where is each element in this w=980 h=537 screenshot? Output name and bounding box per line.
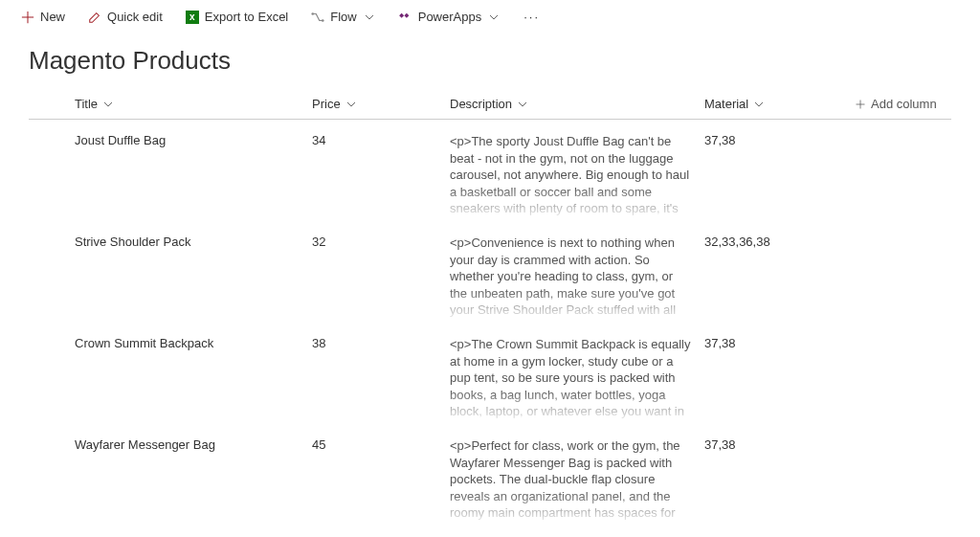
export-excel-label: Export to Excel xyxy=(205,10,288,24)
cell-title: Crown Summit Backpack xyxy=(29,336,312,424)
quick-edit-label: Quick edit xyxy=(107,10,163,24)
add-column-label: Add column xyxy=(871,97,937,111)
column-header-material-label: Material xyxy=(704,97,748,111)
cell-price: 38 xyxy=(312,336,450,424)
table-row[interactable]: Wayfarer Messenger Bag 45 <p>Perfect for… xyxy=(29,424,951,526)
svg-point-2 xyxy=(312,12,315,15)
table-row[interactable]: Strive Shoulder Pack 32 <p>Convenience i… xyxy=(29,221,951,323)
rows-container: Joust Duffle Bag 34 <p>The sporty Joust … xyxy=(29,120,951,526)
cell-material: 32,33,36,38 xyxy=(704,235,844,323)
svg-rect-5 xyxy=(404,12,409,17)
column-header-price-label: Price xyxy=(312,97,341,111)
add-column-button[interactable]: Add column xyxy=(844,97,951,111)
cell-description: <p>The sporty Joust Duffle Bag can't be … xyxy=(450,133,704,221)
column-header-title[interactable]: Title xyxy=(29,97,312,111)
plus-icon xyxy=(854,98,867,111)
cell-title: Wayfarer Messenger Bag xyxy=(29,437,312,526)
cell-price: 32 xyxy=(312,235,450,323)
column-headers: Title Price Description Material Add col… xyxy=(29,89,951,120)
column-header-title-label: Title xyxy=(75,97,98,111)
new-button[interactable]: New xyxy=(11,6,75,28)
svg-point-3 xyxy=(322,19,324,22)
powerapps-label: PowerApps xyxy=(418,10,481,24)
cell-description: <p>Perfect for class, work or the gym, t… xyxy=(450,437,704,526)
powerapps-button[interactable]: PowerApps xyxy=(390,6,510,28)
quick-edit-button[interactable]: Quick edit xyxy=(78,6,172,28)
flow-label: Flow xyxy=(330,10,356,24)
flow-icon xyxy=(311,11,324,24)
cell-material: 37,38 xyxy=(704,336,844,424)
cell-description: <p>Convenience is next to nothing when y… xyxy=(450,235,704,323)
svg-rect-4 xyxy=(399,12,404,17)
table-row[interactable]: Joust Duffle Bag 34 <p>The sporty Joust … xyxy=(29,120,951,221)
command-bar: New Quick edit x Export to Excel Flow Po… xyxy=(0,0,980,34)
column-header-price[interactable]: Price xyxy=(312,97,450,111)
column-header-description-label: Description xyxy=(450,97,512,111)
list-view: Title Price Description Material Add col… xyxy=(0,81,980,526)
new-button-label: New xyxy=(40,10,65,24)
cell-price: 45 xyxy=(312,437,450,526)
chevron-down-icon xyxy=(101,98,115,111)
cell-description: <p>The Crown Summit Backpack is equally … xyxy=(450,336,704,424)
cell-material: 37,38 xyxy=(704,133,844,221)
chevron-down-icon xyxy=(345,98,358,111)
pencil-icon xyxy=(88,11,101,24)
column-header-material[interactable]: Material xyxy=(704,97,844,111)
column-header-description[interactable]: Description xyxy=(450,97,704,111)
chevron-down-icon xyxy=(752,98,766,111)
powerapps-icon xyxy=(399,11,412,24)
plus-icon xyxy=(21,11,34,24)
overflow-button[interactable]: ··· xyxy=(514,6,549,28)
flow-button[interactable]: Flow xyxy=(301,6,385,28)
page-title: Magento Products xyxy=(0,34,980,81)
export-excel-button[interactable]: x Export to Excel xyxy=(176,6,298,28)
cell-title: Joust Duffle Bag xyxy=(29,133,312,221)
table-row[interactable]: Crown Summit Backpack 38 <p>The Crown Su… xyxy=(29,323,951,424)
chevron-down-icon xyxy=(363,11,376,24)
cell-price: 34 xyxy=(312,133,450,221)
ellipsis-icon: ··· xyxy=(523,10,540,24)
chevron-down-icon xyxy=(516,98,529,111)
chevron-down-icon xyxy=(487,11,501,24)
cell-title: Strive Shoulder Pack xyxy=(29,235,312,323)
excel-icon: x xyxy=(186,11,199,24)
cell-material: 37,38 xyxy=(704,437,844,526)
